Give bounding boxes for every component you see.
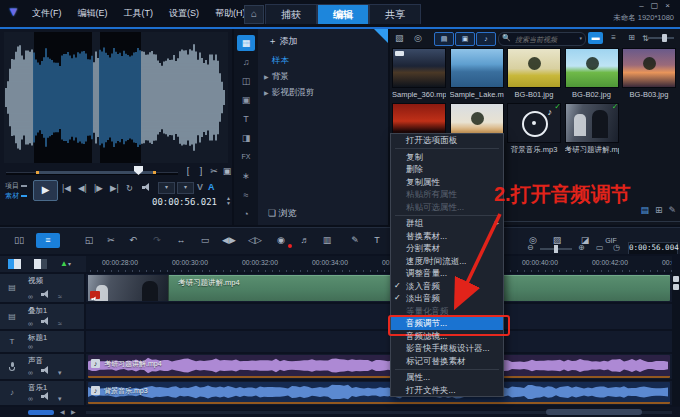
sound-mixer-icon[interactable]: ▥: [318, 233, 336, 248]
track-video[interactable]: 考研习题讲解.mp4: [86, 274, 672, 302]
expand-caret-icon[interactable]: ▶: [264, 74, 269, 80]
link-icon[interactable]: ∞: [28, 320, 33, 327]
filmstrip-view-icon[interactable]: ▬: [588, 32, 603, 44]
menubar-item[interactable]: 工具(T): [116, 1, 162, 25]
home-icon[interactable]: ⌂: [244, 5, 264, 24]
expand-caret-icon[interactable]: ▶: [264, 90, 269, 96]
previous-clip-icon[interactable]: |◀: [62, 183, 71, 193]
menubar-item[interactable]: 编辑(E): [70, 1, 116, 25]
path-icon[interactable]: ≈: [237, 187, 255, 203]
context-menu-item[interactable]: 打开文件夹...: [391, 384, 503, 397]
chevron-down-icon[interactable]: ▾: [58, 395, 62, 403]
tools-icon[interactable]: ✂: [102, 233, 120, 248]
grid-view-icon[interactable]: ⊞: [655, 205, 663, 215]
speed-icon[interactable]: ◔: [237, 206, 255, 222]
split-icon[interactable]: ◀▶: [220, 233, 238, 248]
project-duration-icon[interactable]: ◷: [613, 243, 620, 252]
media-item[interactable]: BG-B01.jpg: [507, 48, 561, 99]
next-frame-icon[interactable]: |▶: [94, 183, 103, 193]
preview-waveform[interactable]: [4, 32, 228, 163]
link-icon[interactable]: ∞: [28, 293, 33, 300]
video-filter-icon[interactable]: ▤: [434, 32, 454, 46]
video-toggle-label[interactable]: V: [197, 182, 203, 192]
search-input[interactable]: [513, 33, 575, 45]
frame-size-icon[interactable]: ▭: [196, 233, 214, 248]
scroll-left-icon[interactable]: ◀: [60, 408, 65, 415]
trim-icon[interactable]: ◁▷: [246, 233, 264, 248]
motion-icon[interactable]: ∗: [237, 168, 255, 184]
fit-timeline-icon[interactable]: ▭: [596, 243, 604, 252]
play-icon[interactable]: ▶: [33, 180, 58, 201]
speaker-icon[interactable]: [41, 317, 50, 327]
track-title[interactable]: [86, 331, 672, 352]
speaker-icon[interactable]: [41, 392, 50, 402]
zoom-out-icon[interactable]: ⊖: [527, 243, 534, 252]
link-icon[interactable]: ∞: [28, 343, 33, 350]
context-menu-item[interactable]: 分割素材: [391, 242, 503, 255]
context-menu-item[interactable]: 群组▶: [391, 217, 503, 230]
chevron-down-icon[interactable]: ▾: [58, 369, 62, 377]
show-all-tracks-toggle[interactable]: [8, 259, 21, 269]
tab-编辑[interactable]: 编辑: [317, 4, 369, 24]
track-header-voice[interactable]: 声音∞▾: [0, 354, 84, 379]
redo-icon[interactable]: ↷: [148, 233, 166, 248]
repeat-icon[interactable]: ↻: [126, 183, 133, 193]
context-menu-item[interactable]: ✓淡入音频: [391, 280, 503, 293]
speaker-icon[interactable]: [41, 290, 50, 300]
title-icon[interactable]: T: [237, 111, 255, 127]
context-menu-item[interactable]: 属性...: [391, 371, 503, 384]
context-menu-item[interactable]: 调整音量...: [391, 267, 503, 280]
scroll-down-button[interactable]: [673, 284, 679, 290]
timeline-zoom-slider[interactable]: [540, 248, 572, 250]
context-menu-item[interactable]: ✓淡出音频: [391, 292, 503, 305]
timeline-ruler[interactable]: 00:00:28:0000:00:30:0000:00:32:0000:00:3…: [86, 256, 672, 272]
list-view-icon[interactable]: ≡: [606, 32, 621, 44]
project-mode-button[interactable]: 项目: [5, 181, 27, 190]
track-header-title[interactable]: T标题1∞: [0, 331, 84, 352]
overlay-icon[interactable]: ◨: [237, 130, 255, 146]
snapshot-icon[interactable]: ▣: [221, 166, 233, 176]
scroll-right-icon[interactable]: ▶: [71, 408, 76, 415]
close-icon[interactable]: ×: [661, 1, 674, 10]
context-menu-item[interactable]: 粘贴可选属性...: [391, 201, 503, 214]
context-menu-item[interactable]: 删除: [391, 163, 503, 176]
next-clip-icon[interactable]: ▶|: [110, 183, 119, 193]
clip-考研习题讲解.mp4[interactable]: ♪考研习题讲解.mp4: [88, 355, 670, 378]
edit-icon[interactable]: ✎: [668, 205, 676, 215]
maximize-icon[interactable]: ▢: [648, 1, 661, 10]
add-folder-icon[interactable]: ▤: [640, 205, 649, 215]
insert-track-button[interactable]: ▲▾: [60, 259, 73, 269]
track-scroll-button[interactable]: [28, 410, 54, 415]
context-menu-item[interactable]: 标记可替换素材: [391, 355, 503, 368]
ripple-icon[interactable]: ≈: [58, 320, 62, 327]
record-capture-icon[interactable]: ◉: [272, 233, 290, 248]
tab-捕获[interactable]: 捕获: [265, 4, 317, 24]
import-media-icon[interactable]: ◎: [414, 33, 422, 43]
thumbnail-zoom-slider[interactable]: [648, 37, 674, 39]
folder-item-影视剧混剪[interactable]: ▶影视剧混剪: [264, 87, 314, 99]
storyboard-view-icon[interactable]: ▯▯: [10, 233, 28, 248]
context-menu-item[interactable]: 速度/时间流逝...: [391, 255, 503, 268]
preview-timecode[interactable]: 00:00:56.021: [152, 197, 217, 207]
mark-in-icon[interactable]: [: [182, 166, 194, 176]
photo-filter-icon[interactable]: ▣: [455, 32, 475, 46]
split-clip-icon[interactable]: ✂: [208, 166, 220, 176]
track-header-music[interactable]: ♪音乐1∞▾: [0, 381, 84, 405]
media-icon[interactable]: ▦: [237, 35, 255, 51]
menubar-item[interactable]: 文件(F): [24, 1, 70, 25]
context-menu-item[interactable]: 等量化音频: [391, 305, 503, 318]
add-folder-button[interactable]: ＋ 添加: [268, 35, 298, 48]
audio-filter-icon[interactable]: ♪: [476, 32, 496, 46]
context-menu-item[interactable]: 音频滤镜...: [391, 330, 503, 343]
thumbnail-view-icon[interactable]: ⊞: [624, 32, 639, 44]
audio-mix-icon[interactable]: ♬: [296, 233, 314, 248]
audio-icon[interactable]: ♫: [237, 54, 255, 70]
transition-icon[interactable]: ◫: [237, 73, 255, 89]
folder-item-背景[interactable]: ▶背景: [264, 71, 289, 83]
track-header-video[interactable]: ▤视频∞≈: [0, 274, 84, 302]
context-menu-item[interactable]: 复制: [391, 151, 503, 164]
browse-button[interactable]: ❏ 浏览: [268, 207, 297, 220]
subtitle-editor-icon[interactable]: T: [368, 233, 386, 248]
context-menu-item[interactable]: 音频调节...: [391, 317, 503, 330]
context-menu-item[interactable]: 影音快手模板设计器...: [391, 342, 503, 355]
